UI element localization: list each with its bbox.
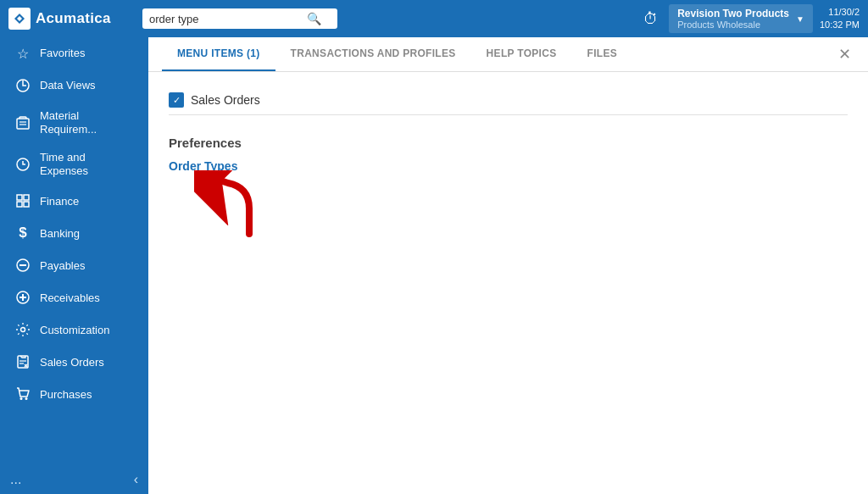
sidebar-item-label: Banking bbox=[40, 227, 80, 241]
sidebar-item-material-req[interactable]: Material Requirem... bbox=[0, 102, 148, 143]
company-info: Revision Two Products Products Wholesale bbox=[677, 8, 789, 30]
sidebar-item-label: Customization bbox=[40, 324, 109, 337]
check-icon bbox=[169, 92, 184, 108]
sidebar-item-label: Sales Orders bbox=[40, 356, 104, 369]
sidebar-item-label: Data Views bbox=[40, 79, 96, 92]
svg-rect-5 bbox=[17, 195, 22, 200]
sidebar-more-icon[interactable]: ... bbox=[10, 472, 21, 487]
sales-orders-icon bbox=[14, 353, 31, 370]
sidebar-item-payables[interactable]: Payables bbox=[0, 249, 148, 281]
sidebar-item-label: Receivables bbox=[40, 291, 100, 305]
material-req-icon bbox=[14, 114, 31, 131]
result-section-header: Sales Orders bbox=[169, 86, 848, 115]
sidebar-item-purchases[interactable]: Purchases bbox=[0, 378, 148, 410]
company-dropdown-arrow: ▼ bbox=[796, 14, 804, 24]
tab-transactions[interactable]: TRANSACTIONS AND PROFILES bbox=[275, 37, 471, 71]
acumatica-logo-icon bbox=[8, 8, 31, 30]
svg-rect-7 bbox=[17, 202, 22, 207]
sidebar-item-finance[interactable]: Finance bbox=[0, 185, 148, 217]
top-bar: Acumatica 🔍 ⏱ Revision Two Products Prod… bbox=[0, 0, 868, 37]
time: 10:32 PM bbox=[820, 19, 860, 31]
search-bar[interactable]: 🔍 bbox=[142, 8, 337, 29]
svg-point-14 bbox=[21, 328, 25, 332]
sidebar-bottom: ... ‹ bbox=[0, 465, 148, 494]
favorites-icon: ☆ bbox=[14, 45, 31, 62]
sidebar-item-label: Time and Expenses bbox=[40, 151, 136, 177]
banking-icon: $ bbox=[14, 225, 31, 241]
search-icon[interactable]: 🔍 bbox=[307, 12, 321, 25]
datetime: 11/30/2 10:32 PM bbox=[820, 6, 860, 32]
logo-area: Acumatica bbox=[8, 8, 136, 30]
sidebar-item-label: Favorites bbox=[40, 47, 85, 60]
svg-rect-6 bbox=[24, 195, 29, 200]
tabs-bar: MENU ITEMS (1) TRANSACTIONS AND PROFILES… bbox=[148, 37, 868, 72]
sidebar-item-favorites[interactable]: ☆ Favorites bbox=[0, 37, 148, 69]
content-area: MENU ITEMS (1) TRANSACTIONS AND PROFILES… bbox=[148, 37, 868, 494]
data-views-icon bbox=[14, 77, 31, 94]
sidebar: ☆ Favorites Data Views Material bbox=[0, 37, 148, 494]
sidebar-item-label: Payables bbox=[40, 259, 85, 273]
close-button[interactable]: ✕ bbox=[835, 42, 854, 67]
sidebar-item-label: Material Requirem... bbox=[40, 109, 136, 136]
sidebar-item-banking[interactable]: $ Banking bbox=[0, 217, 148, 249]
date: 11/30/2 bbox=[820, 6, 860, 19]
search-input[interactable] bbox=[149, 13, 302, 25]
purchases-icon bbox=[14, 386, 31, 402]
search-results: Sales Orders Preferences Order Types bbox=[148, 72, 868, 494]
svg-point-18 bbox=[20, 397, 23, 400]
tab-help-topics[interactable]: HELP TOPICS bbox=[471, 37, 572, 71]
sidebar-item-customization[interactable]: Customization bbox=[0, 314, 148, 346]
company-selector[interactable]: Revision Two Products Products Wholesale… bbox=[669, 4, 813, 33]
time-expenses-icon bbox=[14, 156, 31, 173]
sidebar-collapse-icon[interactable]: ‹ bbox=[134, 472, 138, 487]
customization-icon bbox=[14, 321, 31, 338]
app-name: Acumatica bbox=[36, 10, 111, 27]
company-sub: Products Wholesale bbox=[677, 19, 789, 30]
tab-menu-items[interactable]: MENU ITEMS (1) bbox=[162, 37, 275, 71]
sidebar-item-label: Purchases bbox=[40, 388, 92, 402]
order-types-link[interactable]: Order Types bbox=[169, 159, 237, 173]
tab-files[interactable]: FILES bbox=[572, 37, 633, 71]
preferences-section: Preferences Order Types bbox=[169, 125, 848, 174]
main-layout: ☆ Favorites Data Views Material bbox=[0, 37, 868, 494]
sidebar-item-data-views[interactable]: Data Views bbox=[0, 69, 148, 102]
sidebar-item-label: Finance bbox=[40, 195, 79, 208]
svg-rect-8 bbox=[24, 202, 29, 207]
preferences-heading: Preferences bbox=[169, 136, 848, 150]
svg-point-19 bbox=[25, 397, 28, 400]
payables-icon bbox=[14, 257, 31, 274]
history-icon[interactable]: ⏱ bbox=[640, 7, 662, 31]
sidebar-item-time-expenses[interactable]: Time and Expenses bbox=[0, 143, 148, 185]
receivables-icon bbox=[14, 289, 31, 306]
finance-icon bbox=[14, 192, 31, 209]
sidebar-item-sales-orders[interactable]: Sales Orders bbox=[0, 346, 148, 378]
red-arrow-indicator bbox=[194, 170, 262, 247]
svg-rect-1 bbox=[17, 119, 29, 129]
sidebar-item-receivables[interactable]: Receivables bbox=[0, 281, 148, 314]
result-section-title: Sales Orders bbox=[191, 93, 260, 107]
company-name: Revision Two Products bbox=[677, 8, 789, 19]
